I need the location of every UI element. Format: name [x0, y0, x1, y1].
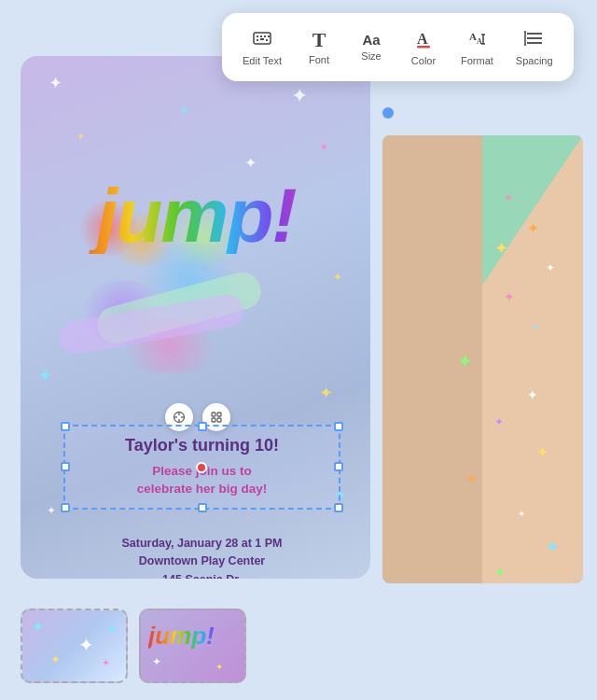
- font-label: Font: [309, 54, 329, 65]
- thumb2-jump-text: jump!: [148, 622, 215, 651]
- invitation-card: ✦ ✦ ✦ ✦ ✦ ✦ ✦ ✦ ✦ ✦ ✦ ✦ ✦ ✦ jump!: [21, 56, 370, 579]
- sparkle-star: ✦: [37, 364, 53, 386]
- envelope-body: ✦ ✦ ✦ ✦ ✦ ✦ ✦ ✦ ✦ ✦ ✦ ✦ ✦ ✦ ✦: [382, 135, 583, 583]
- resize-handle-bl[interactable]: [61, 503, 70, 512]
- edit-text-label: Edit Text: [243, 55, 282, 66]
- resize-handle-br[interactable]: [334, 503, 343, 512]
- thumbnail-1[interactable]: ✦ ✦ ✦ ✦ ✦: [21, 609, 128, 683]
- svg-rect-1: [257, 35, 258, 37]
- svg-rect-7: [268, 35, 270, 37]
- resize-handle-tr[interactable]: [334, 422, 343, 431]
- resize-handle-mr[interactable]: [334, 462, 343, 471]
- env-sparkle: ✦: [494, 238, 508, 259]
- thumb-star: ✦: [106, 622, 118, 637]
- size-label: Size: [361, 50, 381, 62]
- invitation-details: Saturday, January 28 at 1 PM Downtown Pl…: [63, 535, 340, 579]
- env-sparkle: ✦: [527, 387, 538, 402]
- svg-rect-29: [217, 418, 221, 422]
- sparkle-star: ✦: [333, 271, 342, 284]
- toolbar-size[interactable]: Aa Size: [347, 27, 396, 67]
- sparkle-star: ✦: [49, 73, 62, 93]
- color-icon: A: [413, 28, 434, 51]
- svg-text:A: A: [469, 31, 477, 42]
- thumbnail-2[interactable]: jump! ✦ ✦: [139, 609, 246, 683]
- thumb-star: ✦: [50, 652, 61, 666]
- keyboard-icon: [252, 28, 272, 51]
- resize-handle-tl[interactable]: [61, 422, 70, 431]
- toolbar-spacing[interactable]: Spacing: [507, 22, 562, 72]
- sparkle-star: ✦: [319, 140, 329, 154]
- detail-line-2: Downtown Play Center: [63, 553, 340, 570]
- spacing-icon: [524, 28, 545, 51]
- size-icon: Aa: [362, 33, 380, 47]
- jump-heading: jump!: [37, 177, 354, 254]
- format-label: Format: [461, 55, 493, 66]
- svg-rect-4: [257, 39, 258, 41]
- detail-line-3: 145 Scenic Dr.: [63, 571, 340, 579]
- sparkle-star: ✦: [47, 504, 56, 517]
- toolbar-format[interactable]: A A Format: [451, 22, 503, 72]
- env-sparkle: ✦: [527, 219, 539, 237]
- env-sparkle: ✦: [494, 565, 506, 580]
- env-sparkle: ✦: [504, 289, 515, 304]
- toolbar: Edit Text T Font Aa Size A Color A A For: [222, 13, 574, 81]
- thumbnail-strip: ✦ ✦ ✦ ✦ ✦ jump! ✦ ✦: [21, 609, 246, 683]
- sparkle-star: ✦: [291, 84, 308, 108]
- env-sparkle: ✦: [518, 509, 525, 519]
- svg-rect-3: [264, 35, 266, 37]
- thumb-star: ✦: [102, 657, 110, 669]
- svg-rect-6: [266, 39, 268, 41]
- invitation-title[interactable]: Taylor's turning 10!: [65, 427, 339, 461]
- env-sparkle: ✦: [546, 261, 555, 274]
- text-cursor-dot: [196, 462, 207, 473]
- thumb-star: ✦: [152, 655, 161, 668]
- env-sparkle: ✦: [494, 415, 504, 428]
- color-label: Color: [411, 55, 436, 66]
- thumb-star: ✦: [32, 618, 44, 636]
- resize-handle-bm[interactable]: [198, 503, 207, 512]
- resize-handle-tm[interactable]: [198, 422, 207, 431]
- env-sparkle: ✦: [546, 537, 560, 557]
- format-icon: A A: [466, 28, 487, 51]
- svg-rect-26: [212, 413, 215, 416]
- sparkle-star: ✦: [179, 103, 190, 118]
- svg-rect-9: [417, 46, 430, 49]
- thumb-star: ✦: [78, 634, 94, 656]
- env-sparkle: ✦: [532, 322, 539, 332]
- resize-handle-ml[interactable]: [61, 462, 70, 471]
- env-sparkle: ✦: [457, 350, 473, 372]
- detail-line-1: Saturday, January 28 at 1 PM: [63, 535, 340, 553]
- spacing-label: Spacing: [516, 55, 553, 66]
- connector-dot: [382, 107, 394, 119]
- svg-rect-5: [260, 38, 264, 40]
- svg-rect-27: [217, 413, 221, 416]
- envelope-area: ✦ ✦ ✦ ✦ ✦ ✦ ✦ ✦ ✦ ✦ ✦ ✦ ✦ ✦ ✦: [373, 107, 597, 583]
- svg-rect-2: [260, 35, 262, 37]
- sparkle-star: ✦: [319, 383, 333, 403]
- text-selection-box[interactable]: Taylor's turning 10! Please join us to c…: [63, 425, 340, 510]
- sparkle-star: ✦: [76, 131, 85, 143]
- svg-text:A: A: [417, 31, 428, 47]
- env-sparkle: ✦: [466, 471, 478, 486]
- thumb-star: ✦: [215, 662, 223, 672]
- toolbar-font[interactable]: T Font: [295, 24, 343, 71]
- font-icon: T: [312, 30, 326, 50]
- env-sparkle: ✦: [536, 443, 548, 461]
- env-sparkle: ✦: [504, 191, 513, 204]
- toolbar-edit-text[interactable]: Edit Text: [233, 22, 291, 72]
- toolbar-color[interactable]: A Color: [399, 22, 448, 72]
- sparkle-star: ✦: [244, 154, 257, 172]
- svg-rect-28: [212, 418, 215, 422]
